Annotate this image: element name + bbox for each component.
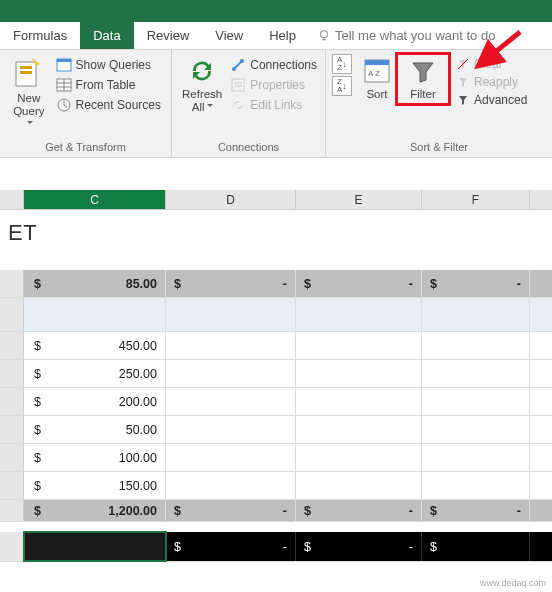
advanced-icon bbox=[456, 93, 470, 107]
summary-row[interactable]: $85.00 $- $- $- bbox=[0, 270, 552, 298]
cell[interactable]: $- bbox=[296, 532, 422, 561]
cell[interactable]: $- bbox=[296, 270, 422, 297]
select-all-corner[interactable] bbox=[0, 190, 24, 209]
blank-row[interactable] bbox=[0, 298, 552, 332]
sort-za-button[interactable]: ZA↓ bbox=[332, 76, 352, 96]
svg-rect-17 bbox=[365, 60, 389, 65]
svg-point-12 bbox=[240, 59, 244, 63]
group-label-get: Get & Transform bbox=[6, 138, 165, 157]
recent-sources-icon bbox=[56, 97, 72, 113]
total-row[interactable]: $1,200.00 $- $- $- bbox=[0, 500, 552, 522]
svg-point-11 bbox=[232, 67, 236, 71]
svg-rect-13 bbox=[232, 79, 244, 91]
svg-rect-3 bbox=[20, 71, 32, 74]
group-label-sort: Sort & Filter bbox=[332, 138, 546, 157]
cell[interactable]: $85.00 bbox=[24, 270, 166, 297]
lightbulb-icon bbox=[317, 29, 331, 43]
data-row[interactable]: $100.00 bbox=[0, 444, 552, 472]
funnel-icon bbox=[409, 58, 437, 86]
sort-icon: A Z bbox=[363, 56, 391, 86]
column-headers: C D E F bbox=[0, 190, 552, 210]
black-row[interactable]: $- $- $ bbox=[0, 532, 552, 562]
cell[interactable]: $150.00 bbox=[24, 472, 166, 499]
cell[interactable]: $- bbox=[166, 500, 296, 521]
edit-links-icon bbox=[230, 97, 246, 113]
cell[interactable]: $- bbox=[296, 500, 422, 521]
properties-button: Properties bbox=[226, 76, 321, 94]
ribbon: New Query Show Queries From Table Recent… bbox=[0, 50, 552, 158]
watermark: www.dedaq.com bbox=[480, 578, 546, 588]
cell[interactable]: $- bbox=[422, 270, 530, 297]
show-queries-button[interactable]: Show Queries bbox=[52, 56, 165, 74]
data-row[interactable]: $200.00 bbox=[0, 388, 552, 416]
refresh-icon bbox=[187, 56, 217, 86]
filter-highlight: Filter bbox=[395, 52, 451, 106]
svg-text:A Z: A Z bbox=[368, 69, 380, 78]
reapply-button: Reapply bbox=[452, 74, 531, 90]
tab-view[interactable]: View bbox=[202, 22, 256, 49]
sort-button[interactable]: A Z Sort bbox=[357, 54, 397, 102]
active-cell[interactable] bbox=[24, 532, 166, 561]
clear-button: Clear bbox=[452, 56, 531, 72]
data-row[interactable]: $250.00 bbox=[0, 360, 552, 388]
tell-me-search[interactable]: Tell me what you want to do bbox=[317, 22, 495, 49]
svg-rect-2 bbox=[20, 66, 32, 69]
new-query-button[interactable]: New Query bbox=[6, 54, 52, 134]
tab-review[interactable]: Review bbox=[134, 22, 203, 49]
group-sort-filter: AZ↓ ZA↓ A Z Sort Filter bbox=[326, 50, 552, 157]
cell[interactable]: $200.00 bbox=[24, 388, 166, 415]
data-row[interactable]: $50.00 bbox=[0, 416, 552, 444]
refresh-all-button[interactable]: Refresh All bbox=[178, 54, 226, 116]
reapply-icon bbox=[456, 75, 470, 89]
tab-help[interactable]: Help bbox=[256, 22, 309, 49]
from-table-button[interactable]: From Table bbox=[52, 76, 165, 94]
sort-az-button[interactable]: AZ↓ bbox=[332, 54, 352, 74]
advanced-button[interactable]: Advanced bbox=[452, 92, 531, 108]
cell[interactable]: $ bbox=[422, 532, 530, 561]
properties-icon bbox=[230, 77, 246, 93]
cell[interactable]: $450.00 bbox=[24, 332, 166, 359]
svg-rect-5 bbox=[57, 59, 71, 62]
tab-formulas[interactable]: Formulas bbox=[0, 22, 80, 49]
group-connections: Refresh All Connections Properties Edit … bbox=[172, 50, 326, 157]
cell[interactable]: $50.00 bbox=[24, 416, 166, 443]
connections-icon bbox=[230, 57, 246, 73]
cell[interactable]: $100.00 bbox=[24, 444, 166, 471]
recent-sources-button[interactable]: Recent Sources bbox=[52, 96, 165, 114]
cell[interactable]: $- bbox=[166, 270, 296, 297]
sort-small-buttons: AZ↓ ZA↓ bbox=[332, 54, 352, 96]
data-row[interactable]: $450.00 bbox=[0, 332, 552, 360]
col-header-e[interactable]: E bbox=[296, 190, 422, 209]
cell[interactable]: $250.00 bbox=[24, 360, 166, 387]
col-header-f[interactable]: F bbox=[422, 190, 530, 209]
group-get-transform: New Query Show Queries From Table Recent… bbox=[0, 50, 172, 157]
show-queries-icon bbox=[56, 57, 72, 73]
data-row[interactable]: $150.00 bbox=[0, 472, 552, 500]
group-label-conn: Connections bbox=[178, 138, 319, 157]
title-bar bbox=[0, 0, 552, 22]
ribbon-tabs: Formulas Data Review View Help Tell me w… bbox=[0, 22, 552, 50]
tell-me-label: Tell me what you want to do bbox=[335, 28, 495, 43]
col-header-d[interactable]: D bbox=[166, 190, 296, 209]
connections-button[interactable]: Connections bbox=[226, 56, 321, 74]
svg-point-0 bbox=[320, 30, 327, 37]
filter-button[interactable]: Filter bbox=[401, 56, 445, 102]
tab-data[interactable]: Data bbox=[80, 22, 133, 49]
new-query-icon bbox=[14, 56, 44, 90]
cell[interactable]: $- bbox=[166, 532, 296, 561]
from-table-icon bbox=[56, 77, 72, 93]
spreadsheet-grid[interactable]: ET $85.00 $- $- $- $450.00 $250.00 $200.… bbox=[0, 210, 552, 562]
cell[interactable]: $1,200.00 bbox=[24, 500, 166, 521]
cell[interactable]: $- bbox=[422, 500, 530, 521]
title-cell[interactable]: ET bbox=[0, 210, 552, 256]
col-header-c[interactable]: C bbox=[24, 190, 166, 209]
clear-icon bbox=[456, 57, 470, 71]
edit-links-button: Edit Links bbox=[226, 96, 321, 114]
